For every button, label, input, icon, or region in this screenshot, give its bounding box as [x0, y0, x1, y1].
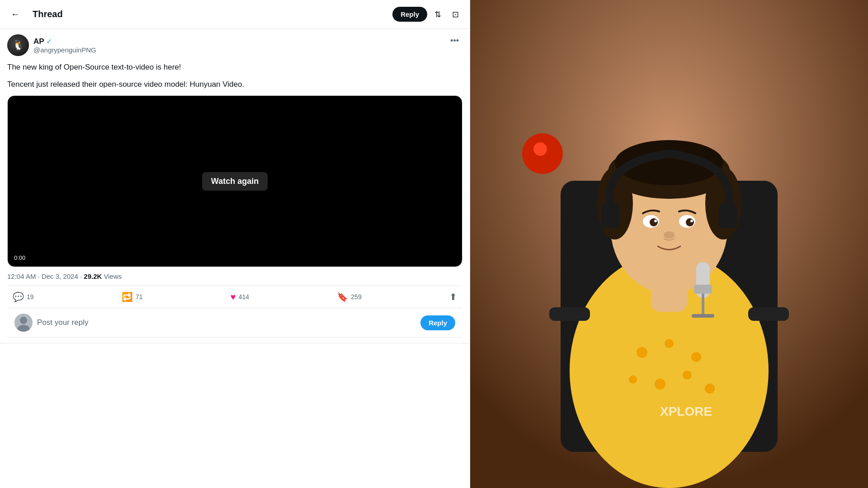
svg-rect-32 — [692, 314, 714, 318]
reply-area: Post your reply Reply — [7, 308, 462, 338]
adjust-icon-button[interactable]: ⇅ — [431, 6, 445, 23]
reader-icon-button[interactable]: ⊡ — [448, 6, 462, 23]
svg-rect-36 — [549, 307, 590, 321]
tweet-meta: 12:04 AM · Dec 3, 2024 · 29.2K Views — [7, 272, 462, 280]
bookmark-icon: 🔖 — [337, 291, 348, 302]
svg-point-8 — [665, 339, 674, 348]
tweet-views-text: Views — [104, 272, 122, 280]
tweet-text: The new king of Open-Source text-to-vide… — [7, 61, 462, 90]
reader-icon: ⊡ — [452, 9, 459, 19]
svg-point-1 — [20, 317, 27, 324]
svg-point-12 — [683, 371, 692, 380]
comment-count: 19 — [27, 293, 34, 300]
svg-point-26 — [654, 220, 657, 222]
adjust-icon: ⇅ — [434, 9, 441, 19]
webcam-panel: XPLORE — [470, 0, 868, 488]
webcam-feed: XPLORE — [470, 0, 868, 488]
svg-rect-21 — [719, 203, 737, 228]
svg-rect-20 — [601, 203, 619, 228]
reply-submit-button[interactable]: Reply — [420, 315, 455, 330]
svg-point-7 — [637, 347, 647, 358]
video-time: 0:00 — [14, 254, 25, 261]
author-name-row: AP ✓ — [33, 37, 96, 46]
avatar: 🐧 — [7, 34, 29, 56]
heart-icon: ♥ — [231, 292, 236, 302]
like-count: 414 — [239, 293, 249, 300]
retweet-icon: 🔁 — [122, 291, 133, 302]
bookmark-count: 259 — [351, 293, 361, 300]
video-container[interactable]: Watch again 0:00 — [7, 95, 462, 267]
retweet-button[interactable]: 🔁 71 — [116, 288, 148, 306]
tweet-separator: · — [38, 272, 42, 280]
header-reply-button[interactable]: Reply — [392, 7, 427, 22]
comment-icon: 💬 — [13, 291, 24, 302]
back-button[interactable]: ← — [7, 5, 24, 23]
svg-rect-30 — [694, 285, 712, 294]
header-left: ← Thread — [7, 5, 63, 23]
bookmark-button[interactable]: 🔖 259 — [331, 288, 367, 306]
reply-input-area[interactable]: Post your reply — [37, 318, 416, 327]
tweet-time: 12:04 AM — [7, 272, 36, 280]
share-button[interactable]: ⬆ — [444, 288, 462, 306]
author-handle: @angrypenguinPNG — [33, 46, 96, 54]
avatar-image: 🐧 — [7, 34, 29, 56]
reply-avatar-image — [14, 314, 33, 332]
author-info: AP ✓ @angrypenguinPNG — [33, 37, 96, 54]
reply-avatar — [14, 314, 33, 332]
svg-point-28 — [664, 231, 675, 239]
thread-header: ← Thread Reply ⇅ ⊡ — [0, 0, 470, 29]
svg-point-24 — [650, 218, 658, 226]
svg-point-10 — [629, 375, 637, 384]
tweet-header: 🐧 AP ✓ @angrypenguinPNG ••• — [7, 34, 462, 56]
tweet-views-count: 29.2K — [84, 272, 102, 280]
page-title: Thread — [33, 9, 63, 19]
retweet-count: 71 — [136, 293, 143, 300]
svg-point-11 — [655, 379, 665, 389]
share-icon: ⬆ — [449, 291, 457, 302]
svg-rect-31 — [702, 294, 704, 316]
header-right: Reply ⇅ ⊡ — [392, 6, 462, 23]
tweet-date: Dec 3, 2024 — [42, 272, 78, 280]
verified-badge: ✓ — [46, 37, 52, 46]
tweet-line-2: Tencent just released their open-source … — [7, 79, 462, 90]
tweet-author: 🐧 AP ✓ @angrypenguinPNG — [7, 34, 96, 56]
tweet-line-1: The new king of Open-Source text-to-vide… — [7, 61, 462, 73]
more-options-button[interactable]: ••• — [447, 34, 462, 47]
comment-button[interactable]: 💬 19 — [7, 288, 39, 306]
svg-rect-37 — [748, 307, 789, 321]
main-content: ← Thread Reply ⇅ ⊡ 🐧 AP — [0, 0, 470, 488]
svg-point-27 — [690, 220, 693, 222]
svg-point-9 — [691, 352, 701, 362]
svg-point-25 — [686, 218, 694, 226]
svg-point-13 — [705, 384, 715, 394]
back-arrow-icon: ← — [11, 9, 20, 19]
tweet-actions: 💬 19 🔁 71 ♥ 414 🔖 259 ⬆ — [7, 286, 462, 308]
reply-placeholder: Post your reply — [37, 318, 88, 327]
svg-text:XPLORE: XPLORE — [660, 404, 712, 418]
like-button[interactable]: ♥ 414 — [225, 288, 255, 306]
tweet-container: 🐧 AP ✓ @angrypenguinPNG ••• The new king… — [0, 29, 470, 343]
svg-point-34 — [533, 142, 547, 156]
author-name: AP — [33, 37, 44, 46]
watch-again-button[interactable]: Watch again — [202, 172, 268, 191]
